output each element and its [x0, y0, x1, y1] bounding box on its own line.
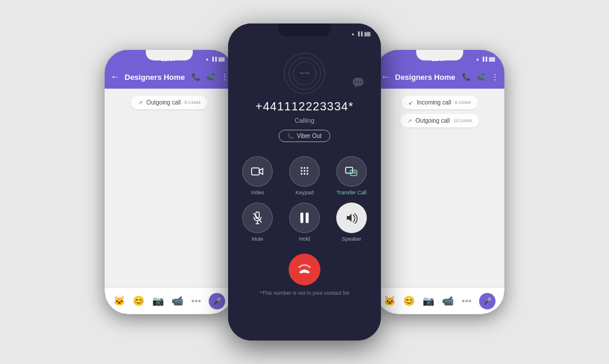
left-outgoing-time: 9:14AM	[184, 100, 200, 105]
left-outgoing-call-bubble[interactable]: ↗ Outgoing call 9:14AM	[131, 96, 208, 109]
left-outgoing-arrow: ↗	[138, 100, 143, 106]
call-controls-grid: Video	[237, 156, 372, 242]
speaker-icon	[345, 212, 358, 224]
viber-out-phone-icon: 📞	[287, 133, 294, 139]
right-incoming-call-bubble[interactable]: ↙ Incoming call 8:16AM	[401, 96, 478, 109]
left-app-header: ← Designers Home 📞 📹 ⋮	[105, 65, 234, 89]
left-mic-button[interactable]: 🎤	[209, 293, 225, 309]
left-more-attach-icon[interactable]: •••	[191, 296, 201, 306]
left-video-icon[interactable]: 📹	[206, 73, 215, 81]
mute-control[interactable]: Mute	[237, 203, 277, 242]
left-outgoing-text: Outgoing call	[146, 99, 180, 106]
speaker-circle	[336, 203, 367, 233]
left-mic-icon: 🎤	[213, 297, 222, 305]
hold-circle	[289, 203, 320, 233]
right-outgoing-arrow: ↗	[407, 118, 412, 124]
right-phone: 11:57 ▲ ▐▐ ▓▓ ← Designers Home 📞 📹 ⋮ ↙ I…	[375, 50, 504, 314]
left-screen: 11:57 ▲ ▐▐ ▓▓ ← Designers Home 📞 📹 ⋮ ↗ O…	[105, 50, 234, 314]
left-call-icon[interactable]: 📞	[192, 73, 200, 81]
left-more-icon[interactable]: ⋮	[221, 73, 228, 81]
right-video-icon[interactable]: 📹	[477, 73, 486, 81]
left-notch	[146, 50, 193, 60]
ripple-animation: 〜〜	[284, 53, 325, 94]
speaker-control[interactable]: Speaker	[332, 203, 372, 242]
left-phone: 11:57 ▲ ▐▐ ▓▓ ← Designers Home 📞 📹 ⋮ ↗ O…	[105, 50, 234, 314]
mute-icon	[252, 211, 263, 224]
hold-icon	[299, 211, 310, 224]
keypad-icon	[299, 166, 310, 177]
svg-point-6	[307, 170, 309, 172]
transfer-icon	[345, 166, 358, 177]
left-video-attach-icon[interactable]: 📹	[172, 295, 183, 306]
left-sticker-icon[interactable]: 😊	[133, 295, 145, 306]
right-status-icons: ▲ ▐▐ ▓▓	[476, 57, 495, 61]
right-sticker-icon[interactable]: 😊	[403, 295, 415, 306]
right-incoming-arrow: ↙	[409, 100, 413, 106]
right-notch	[416, 50, 463, 60]
left-back-button[interactable]: ←	[111, 72, 120, 82]
right-outgoing-text: Outgoing call	[416, 117, 450, 124]
called-number: +441112223334*	[256, 100, 354, 113]
right-call-icon[interactable]: 📞	[462, 73, 471, 81]
right-video-attach-icon[interactable]: 📹	[442, 295, 454, 306]
center-screen: 11:57 ▲ ▐▐ ▓▓ 〜〜 +441112223334* Calling …	[228, 23, 381, 341]
right-bottom-bar: 🐱 😊 📷 📹 ••• 🎤	[375, 287, 504, 314]
mute-circle	[242, 203, 273, 233]
center-phone: 11:57 ▲ ▐▐ ▓▓ 〜〜 +441112223334* Calling …	[228, 23, 381, 341]
svg-point-7	[301, 173, 303, 175]
end-call-icon	[297, 262, 312, 277]
left-header-icons: 📞 📹 ⋮	[192, 73, 228, 81]
calling-status: Calling	[295, 117, 314, 124]
video-control[interactable]: Video	[237, 156, 277, 196]
right-incoming-text: Incoming call	[417, 99, 451, 106]
right-outgoing-call-bubble[interactable]: ↗ Outgoing call 10:14AM	[400, 114, 479, 127]
keypad-label: Keypad	[296, 190, 314, 196]
hold-label: Hold	[299, 236, 310, 242]
left-chat-area: ↗ Outgoing call 9:14AM	[105, 89, 234, 287]
hold-control[interactable]: Hold	[285, 203, 324, 242]
contact-disclaimer: *This number is not in your contact list	[260, 290, 349, 296]
svg-rect-17	[306, 213, 309, 223]
svg-rect-16	[300, 213, 303, 223]
right-emoji-icon[interactable]: 🐱	[384, 295, 396, 306]
transfer-circle	[336, 156, 367, 187]
svg-point-1	[301, 167, 303, 169]
mute-label: Mute	[252, 236, 263, 242]
video-control-icon	[251, 166, 264, 177]
end-call-button[interactable]	[289, 254, 320, 285]
right-back-button[interactable]: ←	[381, 72, 390, 82]
right-more-attach-icon[interactable]: •••	[461, 296, 471, 306]
keypad-circle	[289, 156, 320, 187]
right-header-title: Designers Home	[395, 73, 457, 82]
right-camera-icon[interactable]: 📷	[423, 295, 434, 306]
right-chat-area: ↙ Incoming call 8:16AM ↗ Outgoing call 1…	[375, 89, 504, 287]
viber-out-button[interactable]: 📞 Viber Out	[279, 130, 330, 142]
float-bubble-icon: 💬	[352, 76, 364, 89]
transfer-label: Transfer Call	[336, 190, 366, 196]
svg-point-3	[307, 167, 309, 169]
svg-point-5	[304, 170, 306, 172]
left-header-title: Designers Home	[125, 73, 187, 82]
transfer-control[interactable]: Transfer Call	[332, 156, 372, 196]
video-circle	[242, 156, 273, 187]
right-incoming-time: 8:16AM	[454, 100, 471, 105]
left-status-icons: ▲ ▐▐ ▓▓	[205, 57, 225, 61]
right-header-icons: 📞 📹 ⋮	[462, 73, 498, 81]
center-status-icons: ▲ ▐▐ ▓▓	[351, 32, 370, 36]
svg-rect-0	[252, 168, 259, 175]
right-outgoing-time: 10:14AM	[453, 118, 472, 123]
left-camera-icon[interactable]: 📷	[152, 295, 164, 306]
left-emoji-icon[interactable]: 🐱	[113, 295, 125, 306]
video-label: Video	[251, 190, 265, 196]
keypad-control[interactable]: Keypad	[285, 156, 324, 196]
svg-point-9	[307, 173, 309, 175]
ripple-inner	[293, 62, 316, 85]
right-mic-button[interactable]: 🎤	[479, 293, 496, 309]
center-notch	[278, 23, 331, 36]
right-mic-icon: 🎤	[483, 297, 492, 305]
svg-point-8	[304, 173, 306, 175]
right-screen: 11:57 ▲ ▐▐ ▓▓ ← Designers Home 📞 📹 ⋮ ↙ I…	[375, 50, 504, 314]
svg-point-4	[301, 170, 303, 172]
right-more-icon[interactable]: ⋮	[491, 73, 498, 81]
viber-out-label: Viber Out	[297, 133, 322, 139]
